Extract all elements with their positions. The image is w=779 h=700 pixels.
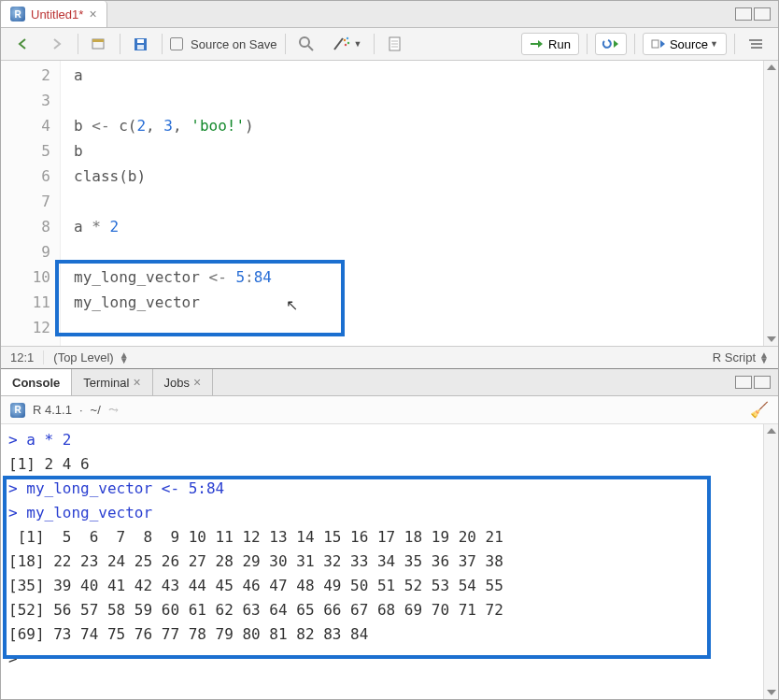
find-button[interactable] [293,33,319,55]
svg-point-8 [343,39,345,41]
minimize-pane-icon[interactable] [735,7,752,21]
console-output[interactable]: > a * 2[1] 2 4 6> my_long_vector <- 5:84… [1,424,778,699]
console-line: [35] 39 40 41 42 43 44 45 46 47 48 49 50… [8,574,761,598]
console-line: > my_long_vector <- 5:84 [8,477,761,501]
minimize-pane-icon[interactable] [735,376,752,389]
pane-window-controls [735,7,778,21]
save-button[interactable] [128,33,154,55]
mouse-cursor-icon: ↖ [286,296,298,314]
pane-window-controls [735,376,778,389]
language-selector[interactable]: R Script ▲▼ [703,350,778,364]
console-line: [1] 5 6 7 8 9 10 11 12 13 14 15 16 17 18… [8,525,761,550]
source-tab-title: Untitled1* [31,7,83,21]
console-line: > [8,647,761,671]
source-pane: R Untitled1* × [1,1,778,369]
svg-line-7 [334,38,343,50]
code-area[interactable]: a b <- c(2, 3, 'boo!') b class(b) a * 2 … [61,61,763,346]
working-dir[interactable]: ~/ [91,403,101,417]
console-scrollbar[interactable] [763,424,778,699]
source-button[interactable]: Source ▼ [643,33,727,55]
clear-console-icon[interactable]: 🧹 [750,401,769,419]
tab-jobs[interactable]: Jobs× [153,369,214,395]
console-line: > my_long_vector [8,501,761,525]
source-toolbar: Source on Save ▼ Run [1,28,778,61]
run-button[interactable]: Run [521,33,579,55]
run-label: Run [548,37,571,51]
svg-rect-3 [137,39,144,43]
editor-scrollbar[interactable] [763,61,778,346]
back-button[interactable] [10,33,36,55]
scope-selector[interactable]: (Top Level) ▲▼ [44,350,137,364]
code-tools-button[interactable]: ▼ [327,33,367,55]
console-pane: Console Terminal× Jobs× R R 4.1.1 · ~/ ⤳… [1,369,778,699]
svg-rect-1 [92,39,104,42]
console-line: > a * 2 [8,428,761,452]
svg-rect-17 [652,40,659,48]
source-statusbar: 12:1 (Top Level) ▲▼ R Script ▲▼ [1,346,778,368]
show-in-new-window-button[interactable] [86,33,112,55]
console-line: [69] 73 74 75 76 77 78 79 80 81 82 83 84 [8,622,761,647]
tab-terminal[interactable]: Terminal× [72,369,152,395]
line-number-gutter: 2 3 4 5 6 7 8 9 10 11 12 [1,61,61,346]
svg-point-9 [346,37,347,39]
cursor-position: 12:1 [1,350,44,364]
r-version: R 4.1.1 [33,403,72,417]
source-btn-label: Source [670,37,708,51]
maximize-pane-icon[interactable] [754,7,771,21]
source-on-save-checkbox[interactable] [170,37,183,50]
rerun-button[interactable] [595,33,627,55]
outline-button[interactable] [743,33,769,55]
close-icon[interactable]: × [133,375,140,390]
source-on-save-label: Source on Save [191,37,277,51]
go-to-dir-icon[interactable]: ⤳ [108,403,119,417]
console-line: [18] 22 23 24 25 26 27 28 29 30 31 32 33… [8,550,761,574]
console-info-bar: R R 4.1.1 · ~/ ⤳ 🧹 [1,396,778,424]
svg-point-10 [347,42,348,44]
svg-point-11 [344,44,346,46]
tab-console[interactable]: Console [1,369,72,395]
r-file-icon: R [10,7,25,21]
close-icon[interactable]: × [89,7,96,21]
svg-rect-4 [137,45,144,50]
svg-point-5 [300,37,309,47]
compile-report-button[interactable] [382,33,408,55]
console-line: [52] 56 57 58 59 60 61 62 63 64 65 66 67… [8,598,761,622]
forward-button[interactable] [44,33,70,55]
source-tab[interactable]: R Untitled1* × [1,1,107,27]
code-editor[interactable]: 2 3 4 5 6 7 8 9 10 11 12 a b <- c(2, 3, … [1,61,778,346]
close-icon[interactable]: × [193,375,201,390]
maximize-pane-icon[interactable] [754,376,771,389]
console-tabbar: Console Terminal× Jobs× [1,369,778,396]
r-logo-icon: R [10,403,25,418]
console-line: [1] 2 4 6 [8,452,761,477]
rstudio-window: R Untitled1* × [0,0,779,700]
source-tabbar: R Untitled1* × [1,1,778,28]
svg-line-6 [308,46,313,50]
